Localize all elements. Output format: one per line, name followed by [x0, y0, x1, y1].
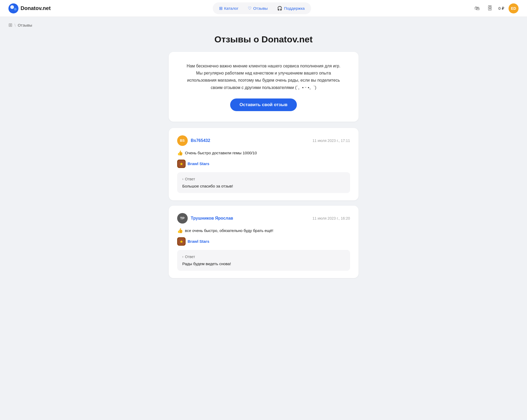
review-user: BS Bs765432 — [177, 135, 210, 146]
archive-button[interactable]: 🗄 — [486, 4, 494, 13]
reply-box-2: › Ответ Рады будем видеть снова! — [177, 250, 350, 271]
svg-text:★: ★ — [180, 162, 183, 166]
thumbs-up-icon: 👍 — [177, 150, 183, 156]
review-date-2: 11 июля 2023 г., 16:20 — [312, 216, 350, 220]
user-avatar-tr: ТР — [177, 213, 188, 224]
svg-point-1 — [10, 5, 14, 9]
main-nav: ⊞ Каталог ♡ Отзывы 🎧 Поддержка — [213, 2, 311, 14]
review-card: BS Bs765432 11 июля 2023 г., 17:11 👍 Оче… — [169, 128, 359, 200]
logo-icon — [8, 3, 18, 13]
leave-review-button[interactable]: Оставить свой отзыв — [230, 98, 297, 111]
archive-icon: 🗄 — [487, 5, 492, 11]
reply-toggle[interactable]: › Ответ — [182, 177, 345, 181]
nav-reviews[interactable]: ♡ Отзывы — [244, 4, 272, 13]
review-header-2: ТР Трушников Ярослав 11 июля 2023 г., 16… — [177, 213, 350, 224]
reply-text: Большое спасибо за отзыв! — [182, 184, 345, 188]
thumbs-up-icon-2: 👍 — [177, 228, 183, 234]
review-user-2: ТР Трушников Ярослав — [177, 213, 233, 224]
reply-box: › Ответ Большое спасибо за отзыв! — [177, 172, 350, 193]
breadcrumb-home-icon[interactable]: ⊞ — [8, 22, 12, 28]
breadcrumb-current: Отзывы — [18, 23, 32, 27]
wishlist-button[interactable]: 🛍 — [473, 4, 481, 13]
svg-point-2 — [14, 8, 17, 11]
game-name[interactable]: Brawl Stars — [188, 161, 210, 166]
header-right: 🛍 🗄 0 ₽ ED — [473, 3, 519, 13]
user-name[interactable]: Bs765432 — [191, 138, 210, 143]
review-card-2: ТР Трушников Ярослав 11 июля 2023 г., 16… — [169, 206, 359, 278]
intro-card: Нам бесконечно важно мнение клиентов наш… — [169, 52, 359, 122]
nav-catalog[interactable]: ⊞ Каталог — [215, 4, 243, 13]
game-icon: ★ — [177, 160, 186, 168]
game-icon-2: ★ — [177, 237, 186, 246]
review-header: BS Bs765432 11 июля 2023 г., 17:11 — [177, 135, 350, 146]
chevron-right-icon-2: › — [182, 255, 183, 259]
intro-text: Нам бесконечно важно мнение клиентов наш… — [185, 62, 343, 91]
svg-text:★: ★ — [180, 239, 183, 244]
svg-point-0 — [8, 3, 18, 13]
wishlist-icon: 🛍 — [475, 5, 480, 11]
logo[interactable]: Donatov.net — [8, 3, 51, 13]
breadcrumb: ⊞ \ Отзывы — [0, 17, 527, 30]
chevron-right-icon: › — [182, 177, 183, 181]
catalog-icon: ⊞ — [219, 6, 223, 11]
balance-display: 0 ₽ — [498, 6, 504, 11]
brawl-stars-icon: ★ — [177, 160, 186, 168]
review-date: 11 июля 2023 г., 17:11 — [312, 139, 350, 143]
main-content: Отзывы о Donatov.net Нам бесконечно важн… — [163, 30, 364, 299]
breadcrumb-separator: \ — [14, 23, 16, 27]
review-body-2: 👍 все очень быстро, обязательно буду бра… — [177, 228, 350, 234]
user-avatar[interactable]: ED — [509, 3, 519, 13]
nav-support[interactable]: 🎧 Поддержка — [273, 4, 309, 13]
game-name-2[interactable]: Brawl Stars — [188, 239, 210, 244]
headset-icon: 🎧 — [277, 6, 282, 11]
reply-text-2: Рады будем видеть снова! — [182, 261, 345, 266]
game-tag-2: ★ Brawl Stars — [177, 237, 350, 246]
header: Donatov.net ⊞ Каталог ♡ Отзывы 🎧 Поддерж… — [0, 0, 527, 17]
page-title: Отзывы о Donatov.net — [169, 34, 359, 45]
game-tag: ★ Brawl Stars — [177, 160, 350, 168]
heart-icon: ♡ — [248, 6, 252, 11]
reply-toggle-2[interactable]: › Ответ — [182, 255, 345, 259]
brawl-stars-icon-2: ★ — [177, 237, 186, 246]
user-avatar-bs: BS — [177, 135, 188, 146]
review-body: 👍 Очень быстро доставили гемы 1000/10 — [177, 150, 350, 156]
user-name-2[interactable]: Трушников Ярослав — [191, 216, 233, 221]
